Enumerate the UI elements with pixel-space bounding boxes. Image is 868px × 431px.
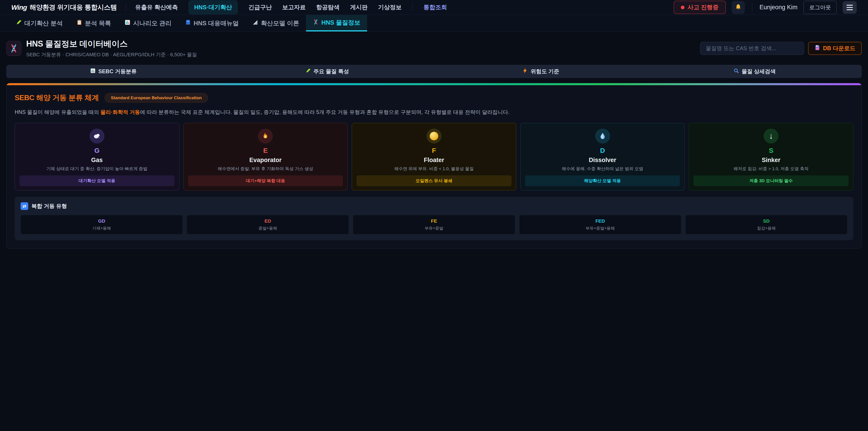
ruler-icon <box>252 20 258 27</box>
page-subtitle: SEBC 거동분류 · CHRIS/CAMEO DB · AEGL/ERPG/I… <box>26 51 197 58</box>
dna-icon <box>6 41 21 56</box>
db-download-button[interactable]: DB 다운로드 <box>808 42 862 55</box>
behavior-card-floater[interactable]: F Floater 해수면 위에 부유. 비중 < 1.0, 불용성 물질 오일… <box>352 123 516 190</box>
incident-status-badge[interactable]: 사고 진행중 <box>674 1 726 14</box>
subtab-label: 확산모델 이론 <box>261 19 299 27</box>
chip-label: 부유+증발 <box>355 225 513 231</box>
substance-search-input[interactable] <box>700 42 804 55</box>
behavior-name: Dissolver <box>589 157 616 164</box>
behavior-code: D <box>600 147 605 154</box>
behavior-strategy-badge: 오일펜스 유사 봉쇄 <box>356 175 512 186</box>
chip-label: 증발+용해 <box>189 225 346 231</box>
tab-key-substance-properties[interactable]: 주요 물질 특성 <box>220 65 434 78</box>
subtab-hns-response-manual[interactable]: HNS 대응매뉴얼 <box>178 15 246 31</box>
subtab-hns-substance-info[interactable]: HNS 물질정보 <box>306 15 367 31</box>
book-icon <box>185 20 191 27</box>
behavior-cards-row: G Gas 기체 상태로 대기 중 확산. 증기압이 높아 빠르게 증발 대기확… <box>15 123 853 190</box>
behavior-description: 해수면에서 증발. 부유 후 기화하여 독성 가스 생성 <box>218 166 313 172</box>
bar-chart-icon <box>90 68 96 75</box>
subtab-analysis-list[interactable]: 분석 목록 <box>70 15 118 31</box>
notification-bell-button[interactable] <box>732 1 745 14</box>
float-ball-icon <box>427 129 441 144</box>
chip-code: FED <box>522 218 679 224</box>
behavior-name: Sinker <box>762 157 780 164</box>
behavior-name: Gas <box>91 157 103 164</box>
behavior-code: S <box>769 147 773 154</box>
complex-chips-row: GD 기체+용해 ED 증발+용해 FE 부유+증발 FED 부유+증발+용해 … <box>21 215 847 235</box>
behavior-code: E <box>263 147 268 154</box>
droplet-icon <box>595 129 610 144</box>
main-menu: 유출유 확산예측 HNS·대기확산 긴급구난 보고자료 항공탐색 게시판 기상정… <box>135 0 447 14</box>
nav-item-integrated-search[interactable]: 통합조회 <box>423 3 447 11</box>
behavior-code: F <box>432 147 436 154</box>
bell-icon <box>735 4 742 11</box>
tab-sebc-classification[interactable]: SEBC 거동분류 <box>6 65 220 78</box>
top-navigation-bar: Wing 해양환경 위기대응 통합시스템 유출유 확산예측 HNS·대기확산 긴… <box>0 0 868 15</box>
divider <box>752 3 752 12</box>
flame-icon <box>258 129 273 144</box>
gas-cloud-icon <box>90 129 104 144</box>
logout-button[interactable]: 로그아웃 <box>803 1 837 14</box>
section-badge: Standard European Behaviour Classificati… <box>105 93 208 102</box>
behavior-description: 기체 상태로 대기 중 확산. 증기압이 높아 빠르게 증발 <box>46 166 148 172</box>
nav-item-aerial-search[interactable]: 항공탐색 <box>316 3 340 11</box>
behavior-name: Floater <box>424 157 444 164</box>
behavior-card-gas[interactable]: G Gas 기체 상태로 대기 중 확산. 증기압이 높아 빠르게 증발 대기확… <box>15 123 179 190</box>
subtab-scenario-management[interactable]: 시나리오 관리 <box>118 15 178 31</box>
chip-label: 부유+증발+용해 <box>522 225 679 231</box>
behavior-strategy-badge: 해양확산 모델 적용 <box>525 175 680 186</box>
app-logo[interactable]: Wing 해양환경 위기대응 통합시스템 <box>11 3 117 12</box>
complex-chip-gd[interactable]: GD 기체+용해 <box>21 215 183 235</box>
user-name: Eunjeong Kim <box>760 4 798 11</box>
down-arrow-icon: ↓ <box>764 129 778 144</box>
clipboard-icon <box>76 20 82 27</box>
tab-risk-criteria[interactable]: 위험도 기준 <box>434 65 648 78</box>
chip-code: ED <box>189 218 346 224</box>
chip-code: GD <box>23 218 180 224</box>
pencil-icon <box>16 20 22 27</box>
complex-behavior-section: ⇄ 복합 거동 유형 GD 기체+용해 ED 증발+용해 FE 부유+증발 FE… <box>15 197 853 240</box>
section-description: HNS 물질이 해양에 유출되었을 때의 물리·화학적 거동에 따라 분류하는 … <box>15 108 853 116</box>
subtab-label: 대기확산 분석 <box>24 19 63 27</box>
behavior-card-dissolver[interactable]: D Dissolver 해수에 용해. 수중 확산하여 넓은 범위 오염 해양확… <box>520 123 685 190</box>
complex-chip-ed[interactable]: ED 증발+용해 <box>187 215 349 235</box>
brand-title: 해양환경 위기대응 통합시스템 <box>30 3 117 12</box>
nav-item-weather[interactable]: 기상정보 <box>378 3 401 11</box>
complex-chip-sd[interactable]: SD 침강+용해 <box>685 215 847 235</box>
lightning-icon <box>522 68 528 75</box>
search-icon <box>734 68 739 75</box>
complex-chip-fe[interactable]: FE 부유+증발 <box>353 215 515 235</box>
incident-status-label: 사고 진행중 <box>688 3 719 11</box>
sebc-classification-panel: SEBC 해양 거동 분류 체계 Standard European Behav… <box>6 83 862 249</box>
nav-item-rescue[interactable]: 긴급구난 <box>248 3 272 11</box>
subtab-air-dispersion-analysis[interactable]: 대기확산 분석 <box>9 15 70 31</box>
save-disk-icon <box>814 45 820 52</box>
shuffle-icon: ⇄ <box>21 202 28 210</box>
behavior-card-evaporator[interactable]: E Evaporator 해수면에서 증발. 부유 후 기화하여 독성 가스 생… <box>183 123 348 190</box>
nav-item-oil-spill[interactable]: 유출유 확산예측 <box>135 3 178 11</box>
subtab-dispersion-model-theory[interactable]: 확산모델 이론 <box>246 15 306 31</box>
tab-label: 위험도 기준 <box>530 68 559 75</box>
sub-navigation-bar: 대기확산 분석 분석 목록 시나리오 관리 HNS 대응매뉴얼 확산모델 이론 … <box>0 15 868 32</box>
subtab-label: HNS 물질정보 <box>321 19 361 27</box>
behavior-card-sinker[interactable]: ↓ S Sinker 해저로 침강. 비중 > 1.0, 저층 오염 축적 저층… <box>689 123 853 190</box>
hamburger-menu-icon[interactable] <box>843 1 857 14</box>
tab-substance-detail-search[interactable]: 물질 상세검색 <box>648 65 862 78</box>
tab-label: 주요 물질 특성 <box>313 68 349 75</box>
subtab-label: 분석 목록 <box>85 19 111 27</box>
chip-label: 기체+용해 <box>23 225 180 231</box>
behavior-description: 해수에 용해. 수중 확산하여 넓은 범위 오염 <box>562 166 643 172</box>
complex-chip-fed[interactable]: FED 부유+증발+용해 <box>519 215 681 235</box>
behavior-description: 해수면 위에 부유. 비중 < 1.0, 불용성 물질 <box>394 166 473 172</box>
behavior-code: G <box>94 147 99 154</box>
nav-item-hns-air[interactable]: HNS·대기확산 <box>188 0 238 14</box>
chip-code: FE <box>355 218 513 224</box>
chip-code: SD <box>688 218 845 224</box>
section-tab-strip: SEBC 거동분류 주요 물질 특성 위험도 기준 물질 상세검색 <box>6 65 862 78</box>
tab-label: 물질 상세검색 <box>742 68 776 75</box>
nav-item-reports[interactable]: 보고자료 <box>282 3 306 11</box>
behavior-description: 해저로 침강. 비중 > 1.0, 저층 오염 축적 <box>734 166 809 172</box>
bar-chart-icon <box>125 20 130 27</box>
red-dot-icon <box>681 6 684 9</box>
nav-item-board[interactable]: 게시판 <box>350 3 368 11</box>
